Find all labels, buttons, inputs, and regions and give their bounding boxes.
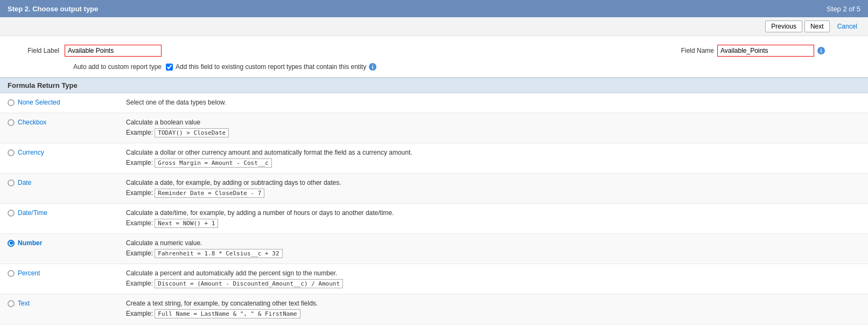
option-label-number[interactable]: Number: [18, 239, 42, 247]
field-label-row: Field Label Field Name i: [11, 45, 857, 57]
option-example-line-text: Example: Full Name = LastName & ", " & F…: [126, 308, 860, 318]
page-title: Step 2. Choose output type: [8, 5, 98, 13]
option-label-checkbox[interactable]: Checkbox: [18, 119, 46, 126]
radio-checkbox[interactable]: [8, 119, 15, 126]
option-example-line-date: Example: Reminder Date = CloseDate - 7: [126, 188, 860, 198]
option-desc-checkbox: Calculate a boolean valueExample: TODAY(…: [126, 119, 860, 137]
option-left-percent: Percent: [8, 269, 126, 277]
next-button[interactable]: Next: [804, 20, 830, 32]
form-area: Field Label Field Name i Auto add to cus…: [0, 36, 868, 78]
option-label-datetime[interactable]: Date/Time: [18, 209, 47, 217]
radio-datetime[interactable]: [8, 210, 15, 217]
option-desc-text-date: Calculate a date, for example, by adding…: [126, 179, 860, 186]
option-label-date[interactable]: Date: [18, 179, 31, 186]
auto-add-row: Auto add to custom report type Add this …: [65, 63, 857, 71]
option-desc-text: Create a text string, for example, by co…: [126, 300, 860, 318]
option-desc-percent: Calculate a percent and automatically ad…: [126, 269, 860, 288]
option-desc-number: Calculate a numeric value.Example: Fahre…: [126, 239, 860, 258]
auto-add-label: Auto add to custom report type: [65, 63, 162, 71]
option-example-line-number: Example: Fahrenheit = 1.8 * Celsius__c +…: [126, 248, 860, 258]
option-desc-date: Calculate a date, for example, by adding…: [126, 179, 860, 198]
auto-add-content: Add this field to existing custom report…: [166, 63, 376, 71]
option-row-none[interactable]: None SelectedSelect one of the data type…: [0, 93, 868, 113]
option-left-none: None Selected: [8, 99, 126, 106]
option-example-line-datetime: Example: Next = NOW() + 1: [126, 218, 860, 228]
auto-add-checkbox-text: Add this field to existing custom report…: [176, 63, 366, 71]
option-left-checkbox: Checkbox: [8, 119, 126, 126]
radio-currency[interactable]: [8, 149, 15, 156]
option-row-checkbox[interactable]: CheckboxCalculate a boolean valueExample…: [0, 113, 868, 143]
option-row-percent[interactable]: PercentCalculate a percent and automatic…: [0, 264, 868, 294]
option-row-currency[interactable]: CurrencyCalculate a dollar or other curr…: [0, 143, 868, 174]
option-label-percent[interactable]: Percent: [18, 269, 40, 277]
field-name-input[interactable]: [717, 45, 814, 57]
option-label-text[interactable]: Text: [18, 300, 30, 307]
option-example-box-text: Full Name = LastName & ", " & FirstName: [155, 309, 300, 318]
option-left-currency: Currency: [8, 149, 126, 156]
option-desc-datetime: Calculate a date/time, for example, by a…: [126, 209, 860, 228]
field-name-section: Field Name i: [681, 45, 825, 57]
option-left-datetime: Date/Time: [8, 209, 126, 217]
header-bar: Step 2. Choose output type Step 2 of 5: [0, 0, 868, 17]
option-desc-text-none: Select one of the data types below.: [126, 99, 860, 106]
option-row-text[interactable]: TextCreate a text string, for example, b…: [0, 294, 868, 324]
option-desc-none: Select one of the data types below.: [126, 99, 860, 107]
option-desc-text-currency: Calculate a dollar or other currency amo…: [126, 149, 860, 156]
option-desc-text-text: Create a text string, for example, by co…: [126, 300, 860, 307]
option-left-text: Text: [8, 300, 126, 307]
option-row-datetime[interactable]: Date/TimeCalculate a date/time, for exam…: [0, 204, 868, 234]
auto-add-info-icon[interactable]: i: [369, 63, 376, 71]
section-header: Formula Return Type: [0, 78, 868, 93]
previous-button[interactable]: Previous: [765, 20, 802, 32]
radio-number[interactable]: [8, 240, 15, 247]
step-indicator: Step 2 of 5: [827, 5, 860, 13]
option-example-line-percent: Example: Discount = (Amount - Discounted…: [126, 278, 860, 288]
option-example-box-percent: Discount = (Amount - Discounted_Amount__…: [155, 279, 343, 288]
option-left-date: Date: [8, 179, 126, 186]
option-desc-text-number: Calculate a numeric value.: [126, 239, 860, 247]
option-row-date[interactable]: DateCalculate a date, for example, by ad…: [0, 174, 868, 204]
section-title: Formula Return Type: [8, 81, 78, 89]
navigation-bar: Previous Next Cancel: [0, 17, 868, 36]
option-example-box-datetime: Next = NOW() + 1: [155, 219, 218, 228]
option-desc-text-datetime: Calculate a date/time, for example, by a…: [126, 209, 860, 217]
option-label-currency[interactable]: Currency: [18, 149, 44, 156]
field-label-input[interactable]: [65, 45, 162, 57]
field-name-info-icon[interactable]: i: [817, 47, 825, 54]
option-row-number[interactable]: NumberCalculate a numeric value.Example:…: [0, 234, 868, 264]
field-label-text: Field Label: [11, 47, 59, 54]
option-example-line-checkbox: Example: TODAY() > CloseDate: [126, 127, 860, 137]
radio-none[interactable]: [8, 99, 15, 106]
option-left-number: Number: [8, 239, 126, 247]
option-desc-text-percent: Calculate a percent and automatically ad…: [126, 269, 860, 277]
option-example-box-checkbox: TODAY() > CloseDate: [155, 128, 229, 137]
option-label-none[interactable]: None Selected: [18, 99, 60, 106]
field-name-label-text: Field Name: [681, 47, 714, 54]
options-table: None SelectedSelect one of the data type…: [0, 93, 868, 326]
option-example-box-date: Reminder Date = CloseDate - 7: [155, 189, 264, 198]
option-desc-text-checkbox: Calculate a boolean value: [126, 119, 860, 126]
radio-date[interactable]: [8, 179, 15, 186]
option-example-line-currency: Example: Gross Margin = Amount - Cost__c: [126, 157, 860, 168]
auto-add-checkbox[interactable]: [166, 64, 173, 71]
option-example-box-currency: Gross Margin = Amount - Cost__c: [155, 158, 271, 168]
radio-text[interactable]: [8, 300, 15, 307]
radio-percent[interactable]: [8, 270, 15, 277]
cancel-button[interactable]: Cancel: [832, 20, 863, 32]
option-example-box-number: Fahrenheit = 1.8 * Celsius__c + 32: [155, 249, 282, 258]
option-desc-currency: Calculate a dollar or other currency amo…: [126, 149, 860, 168]
